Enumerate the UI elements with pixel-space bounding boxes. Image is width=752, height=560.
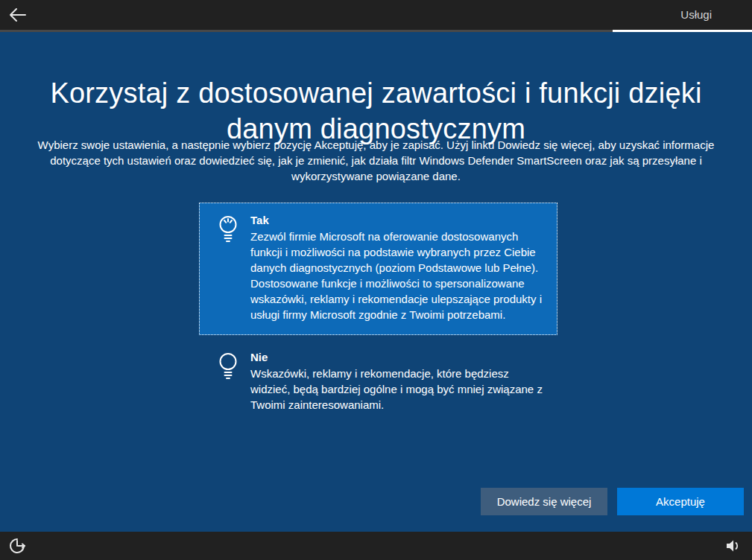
ease-of-access-button[interactable] [8,537,28,555]
option-yes[interactable]: Tak Zezwól firmie Microsoft na oferowani… [199,203,557,335]
ease-of-access-icon [9,538,27,554]
options-list: Tak Zezwól firmie Microsoft na oferowani… [199,203,557,425]
tab-uslugi: Usługi [680,8,712,21]
active-tab-underline [613,30,752,32]
learn-more-button[interactable]: Dowiedz się więcej [481,488,607,515]
volume-button[interactable] [724,538,742,553]
oobe-diagnostics-screen: Usługi Korzystaj z dostosowanej zawartoś… [0,0,752,560]
option-no-label: Nie [250,350,543,365]
bottom-bar [0,532,752,560]
option-no-description: Wskazówki, reklamy i rekomendacje, które… [250,366,543,413]
option-no-body: Nie Wskazówki, reklamy i rekomendacje, k… [250,350,543,413]
volume-icon [725,539,742,553]
option-no[interactable]: Nie Wskazówki, reklamy i rekomendacje, k… [199,340,557,425]
back-button[interactable] [7,6,28,24]
back-arrow-icon [8,7,28,22]
top-bar: Usługi [0,0,752,30]
page-subtitle: Wybierz swoje ustawienia, a następnie wy… [22,137,731,184]
option-yes-body: Tak Zezwól firmie Microsoft na oferowani… [250,213,543,322]
lightbulb-on-icon [206,213,250,322]
option-yes-description: Zezwól firmie Microsoft na oferowanie do… [250,229,543,322]
lightbulb-off-icon [206,350,250,413]
action-buttons: Dowiedz się więcej Akceptuję [481,488,744,515]
option-yes-label: Tak [250,213,543,228]
accept-button[interactable]: Akceptuję [617,488,744,515]
